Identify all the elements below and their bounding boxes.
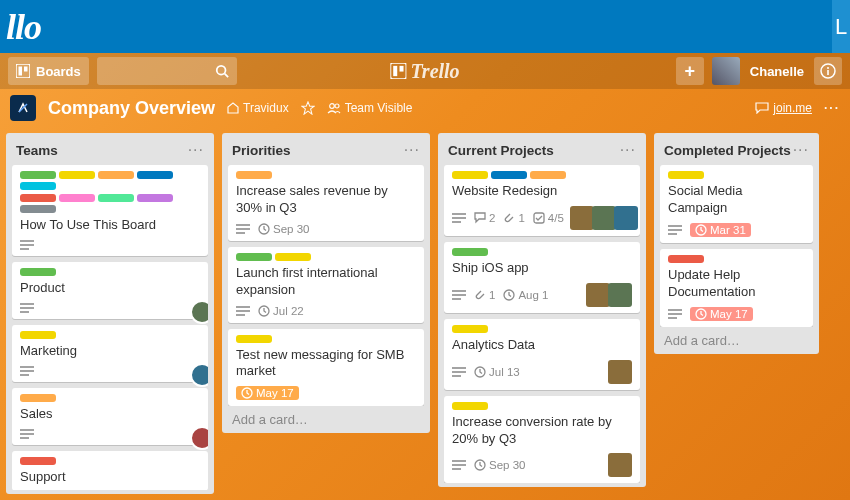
search-input[interactable] — [97, 57, 237, 85]
card-labels — [236, 335, 416, 343]
card-badges: Mar 31 — [668, 223, 805, 237]
due-badge: Sep 30 — [474, 459, 525, 471]
trello-app: Boards Trello + Chanelle Co — [0, 53, 850, 500]
card-labels — [20, 268, 200, 276]
member-avatar[interactable] — [608, 283, 632, 307]
board-canvas[interactable]: Teams···How To Use This BoardProductMark… — [0, 127, 850, 500]
label-green — [20, 268, 56, 276]
svg-rect-7 — [400, 66, 404, 72]
card-labels — [20, 394, 200, 402]
card[interactable]: Ship iOS app1Aug 1 — [444, 242, 640, 313]
list-title[interactable]: Priorities — [232, 143, 291, 158]
label-yellow — [452, 402, 488, 410]
card[interactable]: Marketing — [12, 325, 208, 382]
svg-rect-0 — [16, 64, 30, 78]
label-yellow — [20, 331, 56, 339]
attachment-badge: 1 — [474, 289, 495, 301]
label-red — [20, 457, 56, 465]
member-avatar[interactable] — [608, 453, 632, 477]
star-button[interactable] — [301, 101, 315, 115]
due-badge: Mar 31 — [690, 223, 751, 237]
member-avatar[interactable] — [586, 283, 610, 307]
card-labels — [668, 171, 805, 179]
list-title[interactable]: Current Projects — [448, 143, 554, 158]
member-avatar[interactable] — [592, 206, 616, 230]
card-badges — [20, 429, 200, 439]
label-yellow — [59, 171, 95, 179]
card[interactable]: Sales — [12, 388, 208, 445]
list-header: Priorities··· — [228, 139, 424, 165]
user-name[interactable]: Chanelle — [748, 57, 806, 85]
list-title[interactable]: Teams — [16, 143, 58, 158]
card[interactable]: Analytics DataJul 13 — [444, 319, 640, 390]
login-button[interactable]: L — [832, 0, 850, 53]
user-avatar[interactable] — [712, 57, 740, 85]
list-title[interactable]: Completed Projects — [664, 143, 791, 158]
due-badge: Jul 22 — [258, 305, 304, 317]
add-card-button[interactable]: Add a card… — [660, 327, 813, 350]
plus-icon: + — [685, 62, 696, 80]
description-icon — [20, 240, 34, 250]
member-avatar[interactable] — [570, 206, 594, 230]
card[interactable]: Increase conversion rate by 20% by Q3Sep… — [444, 396, 640, 484]
description-icon — [452, 367, 466, 377]
info-button[interactable] — [814, 57, 842, 85]
member-avatar[interactable] — [190, 426, 208, 450]
card[interactable]: Increase sales revenue by 30% in Q3Sep 3… — [228, 165, 424, 241]
boards-icon — [16, 64, 30, 78]
card[interactable]: Launch first international expansionJul … — [228, 247, 424, 323]
comments-badge: 2 — [474, 212, 495, 224]
description-icon — [20, 303, 34, 313]
card-title: Ship iOS app — [452, 260, 632, 277]
card[interactable]: Social Media CampaignMar 31 — [660, 165, 813, 243]
description-icon — [668, 309, 682, 319]
card[interactable]: Update Help DocumentationMay 17 — [660, 249, 813, 327]
card-title: Analytics Data — [452, 337, 632, 354]
list-menu-button[interactable]: ··· — [793, 141, 809, 159]
member-avatar[interactable] — [608, 360, 632, 384]
card-labels — [452, 171, 632, 179]
card-badges: Sep 30 — [236, 223, 416, 235]
org-link[interactable]: Travidux — [227, 101, 289, 115]
card-labels — [236, 253, 416, 261]
card-badges — [20, 303, 200, 313]
svg-rect-6 — [393, 66, 397, 76]
boards-button[interactable]: Boards — [8, 57, 89, 85]
label-yellow — [452, 325, 488, 333]
svg-line-4 — [224, 74, 228, 78]
card[interactable]: Test new messaging for SMB marketMay 17 — [228, 329, 424, 407]
member-avatar[interactable] — [190, 363, 208, 387]
card[interactable]: Website Redesign214/5 — [444, 165, 640, 236]
card[interactable]: How To Use This Board — [12, 165, 208, 256]
board-title[interactable]: Company Overview — [48, 98, 215, 119]
svg-point-12 — [335, 104, 339, 108]
list: Teams···How To Use This BoardProductMark… — [6, 133, 214, 494]
list-menu-button[interactable]: ··· — [404, 141, 420, 159]
card[interactable]: Product — [12, 262, 208, 319]
label-lime — [98, 194, 134, 202]
card-labels — [452, 402, 632, 410]
description-icon — [20, 429, 34, 439]
card-title: Sales — [20, 406, 200, 423]
description-icon — [20, 366, 34, 376]
list-menu-button[interactable]: ··· — [188, 141, 204, 159]
member-avatar[interactable] — [190, 300, 208, 324]
brand: Trello — [390, 60, 459, 83]
member-avatar[interactable] — [614, 206, 638, 230]
create-button[interactable]: + — [676, 57, 704, 85]
card-labels — [20, 194, 200, 213]
add-card-button[interactable]: Add a card… — [228, 406, 424, 429]
description-icon — [236, 224, 250, 234]
card[interactable]: Support — [12, 451, 208, 490]
label-sky — [20, 182, 56, 190]
list-menu-button[interactable]: ··· — [620, 141, 636, 159]
board-header: Company Overview Travidux Team Visible j… — [0, 89, 850, 127]
board-menu-button[interactable]: ··· — [824, 101, 840, 115]
card-badges: 1Aug 1 — [452, 283, 632, 307]
powerup-link[interactable]: join.me — [755, 101, 812, 115]
visibility-text: Team Visible — [345, 101, 413, 115]
visibility-button[interactable]: Team Visible — [327, 101, 413, 115]
card-labels — [668, 255, 805, 263]
label-pink — [59, 194, 95, 202]
card-members — [588, 283, 632, 307]
